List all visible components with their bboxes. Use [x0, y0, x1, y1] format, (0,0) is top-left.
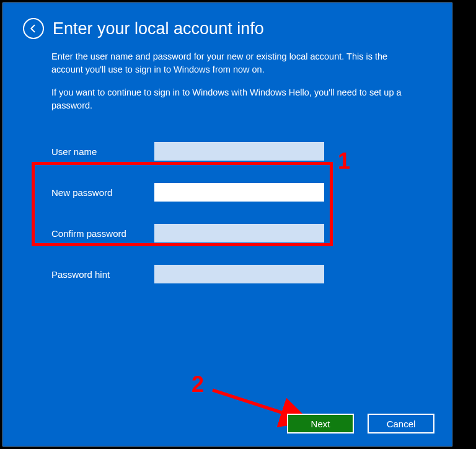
newpassword-label: New password — [51, 187, 154, 198]
intro-paragraph-2: If you want to continue to sign in to Wi… — [51, 86, 411, 112]
passwordhint-row: Password hint — [51, 265, 432, 283]
annotation-step-2: 2 — [192, 371, 204, 398]
confirmpassword-row: Confirm password — [51, 224, 432, 242]
back-button[interactable] — [23, 18, 44, 39]
confirmpassword-label: Confirm password — [51, 228, 154, 239]
intro-paragraph-1: Enter the user name and password for you… — [51, 50, 411, 76]
footer-buttons: Next Cancel — [287, 414, 434, 433]
header: Enter your local account info — [23, 18, 432, 39]
newpassword-row: New password — [51, 183, 432, 202]
page-title: Enter your local account info — [53, 19, 264, 38]
passwordhint-label: Password hint — [51, 269, 154, 280]
newpassword-input[interactable] — [154, 183, 324, 202]
local-account-setup-window: Enter your local account info Enter the … — [2, 2, 452, 447]
next-button[interactable]: Next — [287, 414, 354, 433]
username-row: User name — [51, 142, 432, 161]
account-form: User name New password Confirm password … — [51, 142, 432, 283]
cancel-button[interactable]: Cancel — [368, 414, 434, 433]
passwordhint-input[interactable] — [154, 265, 324, 283]
arrow-left-icon — [28, 23, 39, 34]
username-label: User name — [51, 146, 154, 157]
confirmpassword-input[interactable] — [154, 224, 324, 242]
username-input[interactable] — [154, 142, 324, 161]
